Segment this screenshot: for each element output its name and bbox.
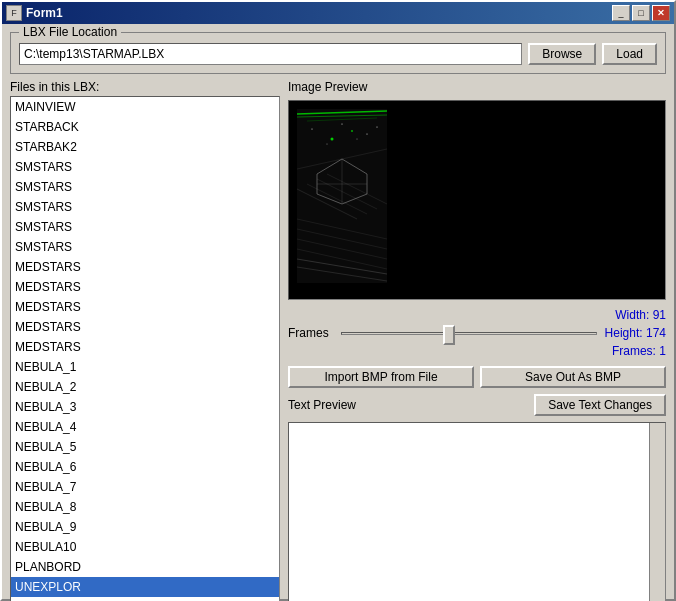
file-location-row: Browse Load — [19, 43, 657, 65]
window-icon: F — [6, 5, 22, 21]
title-buttons: _ □ ✕ — [612, 5, 670, 21]
browse-button[interactable]: Browse — [528, 43, 596, 65]
list-item[interactable]: MEDSTARS — [11, 317, 279, 337]
list-item[interactable]: SMSTARS — [11, 197, 279, 217]
right-panel: Image Preview — [288, 80, 666, 601]
width-text: Width: 91 — [605, 306, 666, 324]
svg-point-6 — [367, 134, 368, 135]
list-item[interactable]: NEBULA_2 — [11, 377, 279, 397]
image-preview-box — [288, 100, 666, 300]
left-panel: Files in this LBX: MAINVIEWSTARBACKSTARB… — [10, 80, 280, 601]
list-item[interactable]: SMSTARS — [11, 157, 279, 177]
files-listbox[interactable]: MAINVIEWSTARBACKSTARBAK2SMSTARSSMSTARSSM… — [11, 97, 279, 601]
save-text-button[interactable]: Save Text Changes — [534, 394, 666, 416]
svg-point-25 — [351, 130, 353, 132]
dimensions-text: Width: 91 Height: 174 Frames: 1 — [605, 306, 666, 360]
action-buttons-row: Import BMP from File Save Out As BMP — [288, 366, 666, 388]
slider-thumb[interactable] — [443, 325, 455, 345]
image-preview-label: Image Preview — [288, 80, 666, 94]
svg-point-5 — [342, 124, 343, 125]
files-list-label: Files in this LBX: — [10, 80, 280, 94]
list-item[interactable]: NEBULA_5 — [11, 437, 279, 457]
svg-point-7 — [327, 144, 328, 145]
list-item[interactable]: NEBULA_3 — [11, 397, 279, 417]
close-button[interactable]: ✕ — [652, 5, 670, 21]
height-text: Height: 174 — [605, 324, 666, 342]
list-item[interactable]: SMSTARS — [11, 217, 279, 237]
height-value: 174 — [646, 326, 666, 340]
svg-point-8 — [357, 139, 358, 140]
main-content: LBX File Location Browse Load Files in t… — [2, 24, 674, 601]
list-item[interactable]: STARBAK2 — [11, 137, 279, 157]
list-item[interactable]: MEDSTARS — [11, 297, 279, 317]
preview-image — [297, 109, 387, 283]
load-button[interactable]: Load — [602, 43, 657, 65]
slider-container[interactable] — [341, 323, 597, 343]
list-item[interactable]: MAINVIEW — [11, 97, 279, 117]
file-path-input[interactable] — [19, 43, 522, 65]
list-item[interactable]: NEBULA10 — [11, 537, 279, 557]
frames-label: Frames — [288, 326, 333, 340]
list-item[interactable]: SMSTARS — [11, 237, 279, 257]
svg-point-4 — [312, 129, 313, 130]
main-area: Files in this LBX: MAINVIEWSTARBACKSTARB… — [10, 80, 666, 601]
minimize-button[interactable]: _ — [612, 5, 630, 21]
list-item[interactable]: SMSTARS — [11, 177, 279, 197]
lbx-file-location-group: LBX File Location Browse Load — [10, 32, 666, 74]
svg-point-9 — [377, 127, 378, 128]
list-item[interactable]: MEDSTARS — [11, 257, 279, 277]
list-item[interactable]: NEBULA_4 — [11, 417, 279, 437]
title-bar-left: F Form1 — [6, 5, 63, 21]
width-value: 91 — [653, 308, 666, 322]
save-bmp-button[interactable]: Save Out As BMP — [480, 366, 666, 388]
frames-count-value: 1 — [659, 344, 666, 358]
listbox-container: MAINVIEWSTARBACKSTARBAK2SMSTARSSMSTARSSM… — [10, 96, 280, 601]
main-window: F Form1 _ □ ✕ LBX File Location Browse L… — [0, 0, 676, 601]
list-item[interactable]: MEDSTARS — [11, 277, 279, 297]
list-item[interactable]: NEBULA_7 — [11, 477, 279, 497]
list-item[interactable]: EN_COLNY — [11, 597, 279, 601]
list-item[interactable]: MEDSTARS — [11, 337, 279, 357]
list-item[interactable]: STARBACK — [11, 117, 279, 137]
frames-count-text: Frames: 1 — [605, 342, 666, 360]
window-title: Form1 — [26, 6, 63, 20]
svg-point-24 — [331, 138, 334, 141]
list-item[interactable]: NEBULA_9 — [11, 517, 279, 537]
text-preview-area[interactable] — [288, 422, 666, 601]
list-item[interactable]: UNEXPLOR — [11, 577, 279, 597]
text-preview-label: Text Preview — [288, 398, 356, 412]
slider-track — [341, 332, 597, 335]
lbx-group-label: LBX File Location — [19, 25, 121, 39]
text-preview-row: Text Preview Save Text Changes — [288, 394, 666, 416]
list-item[interactable]: NEBULA_6 — [11, 457, 279, 477]
maximize-button[interactable]: □ — [632, 5, 650, 21]
list-item[interactable]: PLANBORD — [11, 557, 279, 577]
list-item[interactable]: NEBULA_8 — [11, 497, 279, 517]
import-bmp-button[interactable]: Import BMP from File — [288, 366, 474, 388]
list-item[interactable]: NEBULA_1 — [11, 357, 279, 377]
title-bar: F Form1 _ □ ✕ — [2, 2, 674, 24]
text-preview-scrollbar[interactable] — [649, 423, 665, 601]
frames-row: Frames Width: 91 Height: 174 — [288, 306, 666, 360]
